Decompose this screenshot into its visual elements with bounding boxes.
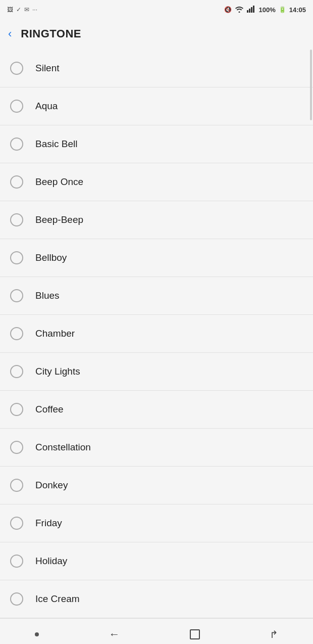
mute-icon: 🔇 (224, 6, 232, 13)
ringtone-label: Holiday (35, 556, 67, 567)
radio-button-blues[interactable] (10, 289, 23, 302)
list-item[interactable]: Beep Once (0, 163, 313, 201)
ringtone-label: Blues (35, 290, 60, 301)
image-icon: 🖼 (7, 6, 13, 13)
ringtone-label: Chamber (35, 328, 75, 339)
bottom-navigation: ← ↱ (0, 618, 313, 644)
ringtone-label: Beep-Beep (35, 214, 83, 225)
ringtone-label: City Lights (35, 366, 80, 377)
list-item[interactable]: Silent (0, 50, 313, 87)
radio-button-basic-bell[interactable] (10, 137, 23, 151)
back-button[interactable]: ‹ (8, 27, 12, 40)
list-item[interactable]: Donkey (0, 467, 313, 504)
battery-percentage: 100% (259, 6, 276, 14)
radio-button-aqua[interactable] (10, 100, 23, 113)
ringtone-label: Bellboy (35, 252, 67, 263)
svg-rect-3 (253, 6, 254, 13)
list-item[interactable]: Chamber (0, 315, 313, 353)
ringtone-label: Friday (35, 518, 62, 529)
ringtone-label: Aqua (35, 101, 58, 112)
nav-dot (35, 632, 39, 636)
list-item[interactable]: City Lights (0, 353, 313, 391)
status-bar: 🖼 ✓ ✉ ··· 🔇 100% 🔋 14:05 (0, 0, 313, 18)
more-icon: ··· (32, 6, 37, 13)
nav-recents-button[interactable]: ↱ (270, 628, 278, 640)
svg-rect-1 (249, 9, 250, 13)
scrollbar[interactable] (310, 50, 312, 120)
mail-icon: ✉ (24, 6, 29, 13)
list-item[interactable]: Coffee (0, 391, 313, 429)
radio-button-silent[interactable] (10, 62, 23, 75)
ringtone-label: Donkey (35, 480, 68, 491)
radio-button-ice-cream[interactable] (10, 592, 23, 606)
radio-button-coffee[interactable] (10, 403, 23, 416)
list-item[interactable]: Holiday (0, 542, 313, 580)
check-icon: ✓ (16, 6, 21, 13)
radio-button-donkey[interactable] (10, 479, 23, 492)
radio-button-beep-beep[interactable] (10, 213, 23, 226)
list-item[interactable]: Ice Cream (0, 580, 313, 618)
svg-rect-2 (251, 7, 252, 13)
list-item[interactable]: Blues (0, 277, 313, 315)
status-bar-left: 🖼 ✓ ✉ ··· (7, 6, 37, 13)
svg-rect-0 (247, 10, 248, 13)
ringtone-list: Silent Aqua Basic Bell Beep Once Beep-Be… (0, 50, 313, 618)
ringtone-label: Constellation (35, 442, 91, 453)
ringtone-label: Silent (35, 63, 60, 74)
ringtone-label: Coffee (35, 404, 64, 415)
radio-button-beep-once[interactable] (10, 175, 23, 189)
ringtone-label: Beep Once (35, 176, 83, 188)
page-title: RINGTONE (21, 27, 81, 40)
radio-button-chamber[interactable] (10, 327, 23, 340)
list-item[interactable]: Basic Bell (0, 125, 313, 163)
time-display: 14:05 (289, 6, 306, 14)
list-item[interactable]: Aqua (0, 87, 313, 125)
ringtone-label: Basic Bell (35, 139, 77, 150)
radio-button-city-lights[interactable] (10, 365, 23, 378)
list-item[interactable]: Bellboy (0, 239, 313, 277)
ringtone-label: Ice Cream (35, 593, 80, 605)
list-item[interactable]: Beep-Beep (0, 201, 313, 239)
battery-icon: 🔋 (279, 6, 286, 13)
list-item[interactable]: Constellation (0, 429, 313, 467)
signal-icon (247, 6, 256, 14)
wifi-icon (235, 6, 244, 14)
nav-back-button[interactable]: ← (109, 628, 120, 641)
radio-button-friday[interactable] (10, 517, 23, 530)
radio-button-holiday[interactable] (10, 555, 23, 568)
status-bar-right: 🔇 100% 🔋 14:05 (224, 6, 306, 14)
radio-button-bellboy[interactable] (10, 251, 23, 264)
radio-button-constellation[interactable] (10, 441, 23, 454)
header: ‹ RINGTONE (0, 18, 313, 50)
nav-home-button[interactable] (190, 629, 200, 639)
list-item[interactable]: Friday (0, 504, 313, 542)
